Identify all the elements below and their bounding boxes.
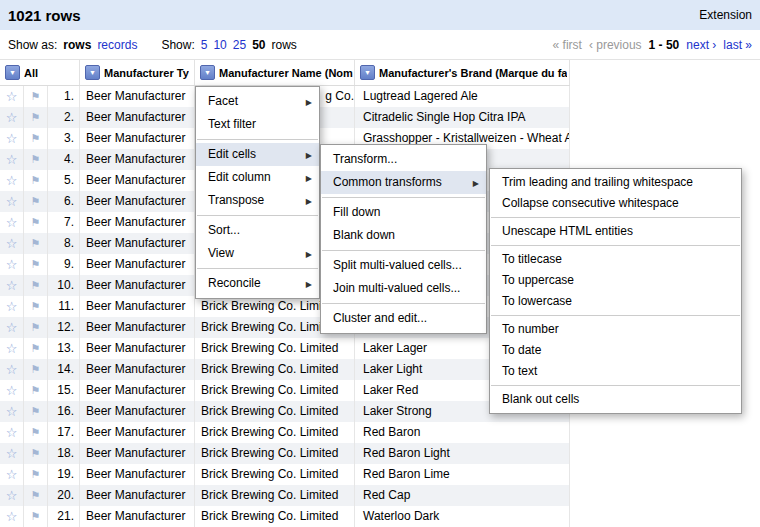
name-column-dropdown-button[interactable]: ▼ [200,65,215,80]
menu-item-blank-down[interactable]: Blank down [321,224,486,247]
star-icon[interactable]: ☆ [0,443,24,464]
star-icon[interactable]: ☆ [0,212,24,233]
cell-manufacturer-type[interactable]: Beer Manufacturer [80,380,195,401]
cell-manufacturer-name[interactable]: Brick Brewing Co. Limited [195,443,355,464]
cell-manufacturer-type[interactable]: Beer Manufacturer [80,233,195,254]
cell-manufacturer-type[interactable]: Beer Manufacturer [80,275,195,296]
star-icon[interactable]: ☆ [0,275,24,296]
flag-icon[interactable]: ⚑ [24,86,48,107]
flag-icon[interactable]: ⚑ [24,464,48,485]
star-icon[interactable]: ☆ [0,359,24,380]
brand-column-dropdown-button[interactable]: ▼ [360,65,375,80]
flag-icon[interactable]: ⚑ [24,170,48,191]
menu-item-blank-out-cells[interactable]: Blank out cells [490,389,741,410]
star-icon[interactable]: ☆ [0,191,24,212]
menu-item-common-transforms[interactable]: Common transforms▶ [321,171,486,194]
star-icon[interactable]: ☆ [0,485,24,506]
cell-manufacturer-type[interactable]: Beer Manufacturer [80,128,195,149]
menu-item-to-text[interactable]: To text [490,361,741,382]
pagination-next[interactable]: next › [686,38,716,52]
menu-item-reconcile[interactable]: Reconcile▶ [196,272,319,295]
flag-icon[interactable]: ⚑ [24,380,48,401]
cell-manufacturer-brand[interactable]: Red Baron Lime [355,464,570,485]
star-icon[interactable]: ☆ [0,422,24,443]
flag-icon[interactable]: ⚑ [24,107,48,128]
flag-icon[interactable]: ⚑ [24,443,48,464]
cell-manufacturer-name[interactable]: Brick Brewing Co. Limited [195,401,355,422]
star-icon[interactable]: ☆ [0,233,24,254]
cell-manufacturer-name[interactable]: Brick Brewing Co. Limited [195,338,355,359]
cell-manufacturer-brand[interactable]: Waterloo Dark [355,506,570,527]
menu-item-sort[interactable]: Sort... [196,219,319,242]
show-as-records-toggle[interactable]: records [97,38,137,52]
flag-icon[interactable]: ⚑ [24,296,48,317]
star-icon[interactable]: ☆ [0,107,24,128]
flag-icon[interactable]: ⚑ [24,128,48,149]
cell-manufacturer-name[interactable]: Brick Brewing Co. Limited [195,359,355,380]
menu-item-transpose[interactable]: Transpose▶ [196,189,319,212]
menu-item-join-multi-valued-cells[interactable]: Join multi-valued cells... [321,277,486,300]
flag-icon[interactable]: ⚑ [24,233,48,254]
cell-manufacturer-type[interactable]: Beer Manufacturer [80,506,195,527]
star-icon[interactable]: ☆ [0,401,24,422]
star-icon[interactable]: ☆ [0,86,24,107]
flag-icon[interactable]: ⚑ [24,317,48,338]
cell-manufacturer-type[interactable]: Beer Manufacturer [80,338,195,359]
menu-item-to-titlecase[interactable]: To titlecase [490,249,741,270]
star-icon[interactable]: ☆ [0,254,24,275]
type-column-dropdown-button[interactable]: ▼ [85,65,100,80]
flag-icon[interactable]: ⚑ [24,212,48,233]
cell-manufacturer-brand[interactable]: Lugtread Lagered Ale [355,86,570,107]
menu-item-unescape-html-entities[interactable]: Unescape HTML entities [490,221,741,242]
cell-manufacturer-name[interactable]: Brick Brewing Co. Limited [195,485,355,506]
menu-item-edit-cells[interactable]: Edit cells▶ [196,143,319,166]
cell-manufacturer-type[interactable]: Beer Manufacturer [80,359,195,380]
star-icon[interactable]: ☆ [0,338,24,359]
extensions-label[interactable]: Extension [699,8,752,22]
menu-item-fill-down[interactable]: Fill down [321,201,486,224]
star-icon[interactable]: ☆ [0,506,24,527]
cell-manufacturer-type[interactable]: Beer Manufacturer [80,212,195,233]
page-size-50-selected[interactable]: 50 [252,38,265,52]
menu-item-to-date[interactable]: To date [490,340,741,361]
cell-manufacturer-type[interactable]: Beer Manufacturer [80,107,195,128]
menu-item-to-number[interactable]: To number [490,319,741,340]
cell-manufacturer-type[interactable]: Beer Manufacturer [80,149,195,170]
cell-manufacturer-type[interactable]: Beer Manufacturer [80,86,195,107]
page-size-25[interactable]: 25 [233,38,246,52]
cell-manufacturer-type[interactable]: Beer Manufacturer [80,254,195,275]
star-icon[interactable]: ☆ [0,380,24,401]
menu-item-view[interactable]: View▶ [196,242,319,265]
cell-manufacturer-type[interactable]: Beer Manufacturer [80,317,195,338]
cell-manufacturer-brand[interactable]: Citradelic Single Hop Citra IPA [355,107,570,128]
menu-item-transform[interactable]: Transform... [321,148,486,171]
flag-icon[interactable]: ⚑ [24,422,48,443]
flag-icon[interactable]: ⚑ [24,149,48,170]
cell-manufacturer-type[interactable]: Beer Manufacturer [80,296,195,317]
cell-manufacturer-type[interactable]: Beer Manufacturer [80,464,195,485]
flag-icon[interactable]: ⚑ [24,485,48,506]
cell-manufacturer-type[interactable]: Beer Manufacturer [80,170,195,191]
star-icon[interactable]: ☆ [0,149,24,170]
flag-icon[interactable]: ⚑ [24,506,48,527]
flag-icon[interactable]: ⚑ [24,359,48,380]
flag-icon[interactable]: ⚑ [24,401,48,422]
menu-item-facet[interactable]: Facet▶ [196,90,319,113]
flag-icon[interactable]: ⚑ [24,338,48,359]
menu-item-cluster-and-edit[interactable]: Cluster and edit... [321,307,486,330]
cell-manufacturer-type[interactable]: Beer Manufacturer [80,191,195,212]
cell-manufacturer-type[interactable]: Beer Manufacturer [80,401,195,422]
cell-manufacturer-brand[interactable]: Red Cap [355,485,570,506]
menu-item-text-filter[interactable]: Text filter [196,113,319,136]
cell-manufacturer-type[interactable]: Beer Manufacturer [80,485,195,506]
menu-item-split-multi-valued-cells[interactable]: Split multi-valued cells... [321,254,486,277]
cell-manufacturer-type[interactable]: Beer Manufacturer [80,443,195,464]
menu-item-to-uppercase[interactable]: To uppercase [490,270,741,291]
cell-manufacturer-name[interactable]: Brick Brewing Co. Limited [195,422,355,443]
menu-item-collapse-consecutive-whitespace[interactable]: Collapse consecutive whitespace [490,193,741,214]
menu-item-edit-column[interactable]: Edit column▶ [196,166,319,189]
flag-icon[interactable]: ⚑ [24,191,48,212]
cell-manufacturer-name[interactable]: Brick Brewing Co. Limited [195,506,355,527]
cell-manufacturer-name[interactable]: Brick Brewing Co. Limited [195,380,355,401]
menu-item-to-lowercase[interactable]: To lowercase [490,291,741,312]
